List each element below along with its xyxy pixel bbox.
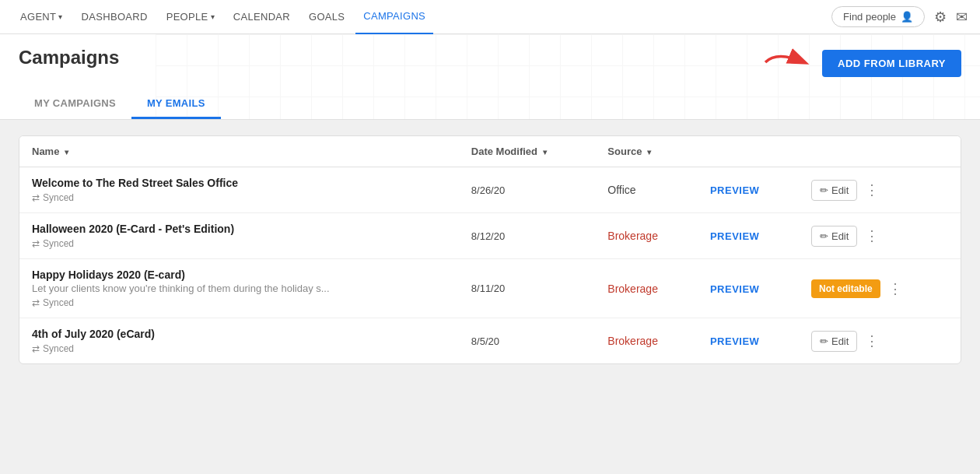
table-wrapper[interactable]: Name ▾ Date Modified ▾ Source ▾ Welcome … (19, 136, 961, 363)
sync-icon: ⇄ (32, 297, 40, 308)
nav-calendar-label: CALENDAR (233, 11, 290, 23)
campaign-synced: ⇄ Synced (32, 238, 446, 249)
campaign-desc: Let your clients know you're thinking of… (32, 283, 446, 294)
edit-button[interactable]: ✏ Edit (811, 331, 857, 352)
date-cell: 8/5/20 (459, 318, 596, 364)
edit-button[interactable]: ✏ Edit (811, 226, 857, 247)
find-people-button[interactable]: Find people 👤 (831, 6, 925, 27)
header-top: Campaigns ADD FROM LIBRARY (19, 34, 961, 80)
preview-link[interactable]: PREVIEW (710, 335, 759, 347)
source-cell: Office (595, 167, 698, 213)
table-row: Welcome to The Red Street Sales Office ⇄… (19, 167, 961, 213)
edit-button[interactable]: ✏ Edit (811, 180, 857, 201)
synced-label: Synced (43, 297, 74, 308)
table-row: Halloween 2020 (E-Card - Pet's Edition) … (19, 213, 961, 259)
nav-goals[interactable]: GOALS (301, 0, 352, 34)
preview-link[interactable]: PREVIEW (710, 283, 759, 295)
source-value: Brokerage (607, 283, 658, 295)
nav-campaigns[interactable]: CAMPAIGNS (355, 0, 433, 34)
campaign-synced: ⇄ Synced (32, 343, 446, 354)
sort-icon: ▾ (543, 148, 547, 156)
not-editable-badge: Not editable (811, 279, 880, 298)
nav-calendar[interactable]: CALENDAR (226, 0, 298, 34)
nav-left: AGENT ▾ DASHBOARD PEOPLE ▾ CALENDAR GOAL… (12, 0, 831, 34)
tabs: MY CAMPAIGNS MY EMAILS (19, 90, 961, 119)
actions-cell: ✏ Edit ⋮ (799, 213, 961, 259)
nav-agent-label: AGENT (20, 11, 56, 23)
actions-cell: ✏ Edit ⋮ (799, 167, 961, 213)
more-options-button[interactable]: ⋮ (862, 180, 882, 200)
table-row: Happy Holidays 2020 (E-card) Let your cl… (19, 259, 961, 318)
nav-dashboard[interactable]: DASHBOARD (74, 0, 156, 34)
mail-icon[interactable]: ✉ (956, 9, 968, 26)
source-cell: Brokerage (595, 259, 698, 318)
table-row: 4th of July 2020 (eCard) ⇄ Synced 8/5/20… (19, 318, 961, 364)
preview-cell: PREVIEW (698, 213, 799, 259)
preview-cell: PREVIEW (698, 259, 799, 318)
synced-label: Synced (43, 343, 74, 354)
sort-icon: ▾ (647, 148, 651, 156)
preview-cell: PREVIEW (698, 318, 799, 364)
nav-campaigns-label: CAMPAIGNS (363, 10, 425, 22)
source-cell: Brokerage (595, 213, 698, 259)
edit-label: Edit (831, 230, 849, 242)
chevron-down-icon: ▾ (211, 12, 215, 21)
source-value: Brokerage (607, 335, 658, 347)
page-title: Campaigns (19, 47, 119, 68)
campaign-name: Welcome to The Red Street Sales Office (32, 177, 446, 189)
source-value: Brokerage (607, 230, 658, 242)
tab-my-campaigns[interactable]: MY CAMPAIGNS (19, 90, 131, 119)
date-cell: 8/12/20 (459, 213, 596, 259)
edit-label: Edit (831, 184, 849, 196)
nav-goals-label: GOALS (309, 11, 345, 23)
synced-label: Synced (43, 238, 74, 249)
campaigns-table-card: Name ▾ Date Modified ▾ Source ▾ Welcome … (19, 135, 961, 364)
campaign-synced: ⇄ Synced (32, 192, 446, 203)
nav-right: Find people 👤 ⚙ ✉ (831, 6, 968, 27)
edit-pencil-icon: ✏ (820, 335, 828, 347)
campaign-name: 4th of July 2020 (eCard) (32, 328, 446, 340)
arrow-icon (761, 47, 816, 78)
nav-people[interactable]: PEOPLE ▾ (159, 0, 222, 34)
campaigns-table: Name ▾ Date Modified ▾ Source ▾ Welcome … (19, 136, 961, 363)
more-options-button[interactable]: ⋮ (862, 226, 882, 246)
name-cell: Welcome to The Red Street Sales Office ⇄… (19, 167, 459, 213)
nav-dashboard-label: DASHBOARD (82, 11, 148, 23)
name-cell: Happy Holidays 2020 (E-card) Let your cl… (19, 259, 459, 318)
edit-pencil-icon: ✏ (820, 184, 828, 196)
col-date[interactable]: Date Modified ▾ (459, 136, 596, 167)
nav-agent[interactable]: AGENT ▾ (12, 0, 71, 34)
settings-icon[interactable]: ⚙ (934, 9, 947, 26)
tab-my-campaigns-label: MY CAMPAIGNS (34, 97, 116, 109)
synced-label: Synced (43, 192, 74, 203)
top-navigation: AGENT ▾ DASHBOARD PEOPLE ▾ CALENDAR GOAL… (0, 0, 980, 34)
content-area: Name ▾ Date Modified ▾ Source ▾ Welcome … (0, 120, 980, 380)
name-cell: 4th of July 2020 (eCard) ⇄ Synced (19, 318, 459, 364)
chevron-down-icon: ▾ (58, 12, 62, 21)
name-cell: Halloween 2020 (E-Card - Pet's Edition) … (19, 213, 459, 259)
tab-my-emails[interactable]: MY EMAILS (131, 90, 221, 119)
sync-icon: ⇄ (32, 238, 40, 249)
edit-pencil-icon: ✏ (820, 230, 828, 242)
col-preview (698, 136, 799, 167)
actions-cell: ✏ Edit ⋮ (799, 318, 961, 364)
preview-link[interactable]: PREVIEW (710, 184, 759, 196)
preview-cell: PREVIEW (698, 167, 799, 213)
preview-link[interactable]: PREVIEW (710, 230, 759, 242)
actions-container: Not editable ⋮ (811, 279, 948, 299)
date-cell: 8/26/20 (459, 167, 596, 213)
col-name[interactable]: Name ▾ (19, 136, 459, 167)
header-area: Campaigns ADD FROM LIBRARY MY CAMPAIGNS (0, 34, 980, 120)
add-from-library-button[interactable]: ADD FROM LIBRARY (822, 50, 961, 77)
actions-container: ✏ Edit ⋮ (811, 331, 948, 352)
find-people-label: Find people (843, 11, 896, 23)
table-header: Name ▾ Date Modified ▾ Source ▾ (19, 136, 961, 167)
table-body: Welcome to The Red Street Sales Office ⇄… (19, 167, 961, 364)
campaign-synced: ⇄ Synced (32, 297, 446, 308)
col-source[interactable]: Source ▾ (595, 136, 698, 167)
source-cell: Brokerage (595, 318, 698, 364)
actions-container: ✏ Edit ⋮ (811, 226, 948, 247)
person-icon: 👤 (901, 11, 913, 23)
more-options-button[interactable]: ⋮ (885, 279, 905, 299)
more-options-button[interactable]: ⋮ (862, 331, 882, 351)
